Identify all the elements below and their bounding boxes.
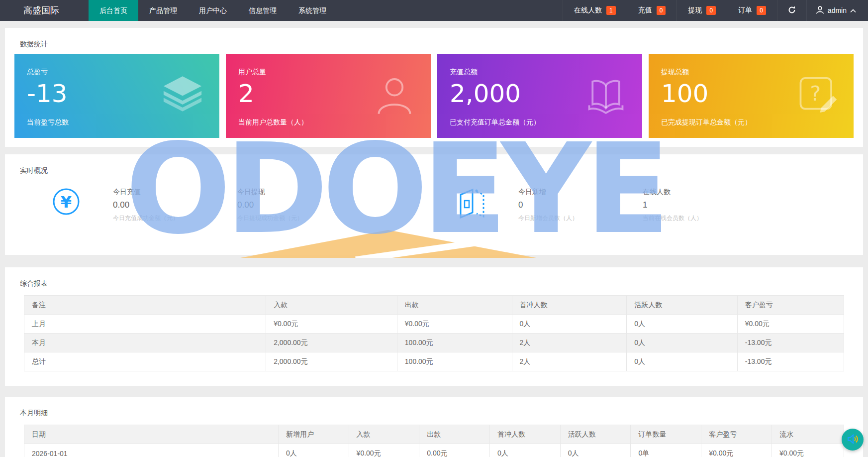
stat-value: 0	[518, 200, 643, 210]
column-header: 日期	[24, 425, 279, 444]
cell: 上月	[24, 315, 266, 334]
table-row: 上月 ¥0.00元 ¥0.00元 0人 0人 ¥0.00元	[24, 315, 844, 334]
navbar-right: 在线人数 1 充值 0 提现 0 订单 0 admin	[563, 0, 868, 21]
column-header: 首冲人数	[512, 296, 627, 315]
orders-label: 订单	[738, 6, 752, 15]
stat-card-profit: 总盈亏 -13 当前盈亏总数	[14, 54, 219, 138]
cell: 2,000.00元	[266, 334, 397, 352]
card-desc: 已完成提现订单总金额（元）	[661, 118, 752, 127]
stat-cards: 总盈亏 -13 当前盈亏总数 用户总量 2 当前用户总数量（人）	[5, 54, 863, 138]
withdraw-badge: 0	[706, 6, 716, 15]
cell: 0人	[627, 315, 737, 334]
nav-item-info[interactable]: 信息管理	[238, 0, 288, 21]
cell: 0人	[627, 334, 737, 352]
cell: ¥0.00元	[772, 444, 844, 457]
report-table: 备注 入款 出款 首冲人数 活跃人数 客户盈亏 上月 ¥0.00元 ¥0.00元…	[24, 295, 844, 371]
withdraw-button[interactable]: 提现 0	[676, 0, 727, 21]
cell: ¥0.00元	[737, 315, 844, 334]
cell: 2人	[512, 352, 627, 371]
cell: 0.00元	[419, 444, 490, 457]
cell: 本月	[24, 334, 266, 352]
column-header: 客户盈亏	[737, 296, 844, 315]
table-row: 本月 2,000.00元 100.00元 2人 0人 -13.00元	[24, 334, 844, 352]
speaker-icon	[846, 433, 859, 447]
column-header: 入款	[349, 425, 419, 444]
cell: 100.00元	[397, 352, 512, 371]
card-desc: 已支付充值订单总金额（元）	[450, 118, 540, 127]
refresh-button[interactable]	[777, 0, 806, 21]
withdraw-label: 提现	[688, 6, 702, 15]
online-count-label: 在线人数	[574, 6, 602, 15]
online-count-button[interactable]: 在线人数 1	[563, 0, 627, 21]
cell: -13.00元	[737, 334, 844, 352]
recharge-button[interactable]: 充值 0	[627, 0, 677, 21]
realtime-money-group: ¥ 今日充值 0.00 今日充值成功金额（元） 今日提现 0.00 今日提现成功…	[52, 188, 458, 223]
column-header: 备注	[24, 296, 266, 315]
username: admin	[828, 6, 847, 14]
layers-icon	[161, 73, 204, 118]
cell: 0人	[560, 444, 631, 457]
stat-value: 0.00	[113, 200, 237, 210]
nav-item-system[interactable]: 系统管理	[288, 0, 337, 21]
table-header-row: 备注 入款 出款 首冲人数 活跃人数 客户盈亏	[24, 296, 844, 315]
stat-today-recharge: 今日充值 0.00 今日充值成功金额（元）	[113, 188, 237, 223]
cell: ¥0.00元	[701, 444, 772, 457]
question-edit-icon: ?	[797, 74, 839, 117]
building-icon	[458, 188, 485, 219]
stat-label: 今日新增	[518, 188, 643, 197]
stat-label: 今日充值	[113, 188, 237, 197]
column-header: 客户盈亏	[701, 425, 772, 444]
recharge-label: 充值	[638, 6, 652, 15]
cell: 0人	[278, 444, 349, 457]
realtime-row: ¥ 今日充值 0.00 今日充值成功金额（元） 今日提现 0.00 今日提现成功…	[5, 188, 863, 223]
nav-item-products[interactable]: 产品管理	[138, 0, 188, 21]
cell: 2026-01-01	[24, 444, 279, 457]
cell: 0人	[490, 444, 561, 457]
detail-table: 日期 新增用户 入款 出款 首冲人数 活跃人数 订单数量 客户盈亏 流水 202…	[24, 425, 844, 457]
cell: 总计	[24, 352, 266, 371]
stats-panel-title: 数据统计	[5, 28, 863, 49]
svg-text:?: ?	[810, 81, 821, 105]
chevron-up-icon	[850, 6, 856, 14]
cell: 100.00元	[397, 334, 512, 352]
recharge-badge: 0	[657, 6, 666, 15]
user-menu[interactable]: admin	[806, 0, 868, 21]
detail-panel: 本月明细 日期 新增用户 入款 出款 首冲人数 活跃人数 订单数量 客户盈亏 流…	[5, 397, 863, 457]
cell: 2人	[512, 334, 627, 352]
column-header: 订单数量	[631, 425, 701, 444]
cell: 0人	[627, 352, 737, 371]
user-icon	[816, 5, 824, 16]
table-header-row: 日期 新增用户 入款 出款 首冲人数 活跃人数 订单数量 客户盈亏 流水	[24, 425, 844, 444]
column-header: 入款	[266, 296, 397, 315]
table-row: 2026-01-01 0人 ¥0.00元 0.00元 0人 0人 0单 ¥0.0…	[24, 444, 844, 457]
cell: ¥0.00元	[397, 315, 512, 334]
sound-float-button[interactable]	[842, 429, 864, 451]
orders-button[interactable]: 订单 0	[727, 0, 777, 21]
detail-panel-title: 本月明细	[5, 397, 863, 418]
person-icon	[373, 74, 416, 118]
cell: ¥0.00元	[266, 315, 397, 334]
stat-desc: 今日充值成功金额（元）	[113, 214, 237, 223]
cell: 0单	[631, 444, 701, 457]
card-desc: 当前用户总数量（人）	[238, 118, 308, 127]
cell: -13.00元	[737, 352, 844, 371]
stat-label: 在线人数	[643, 188, 767, 197]
cell: 0人	[512, 315, 627, 334]
nav-item-dashboard[interactable]: 后台首页	[89, 0, 138, 21]
report-panel-title: 综合报表	[5, 267, 863, 288]
online-count-badge: 1	[606, 6, 616, 15]
book-icon	[584, 74, 627, 118]
realtime-panel: 实时概况 ¥ 今日充值 0.00 今日充值成功金额（元） 今日提现 0.00 今…	[5, 154, 863, 255]
stat-card-users: 用户总量 2 当前用户总数量（人）	[226, 54, 431, 138]
stat-today-withdraw: 今日提现 0.00 今日提现成功金额（元）	[237, 188, 362, 223]
yen-circle-icon: ¥	[52, 188, 80, 219]
stat-value: 0.00	[237, 200, 362, 210]
top-navbar: 高盛国际 后台首页 产品管理 用户中心 信息管理 系统管理 在线人数 1 充值 …	[0, 0, 868, 21]
column-header: 活跃人数	[627, 296, 737, 315]
card-desc: 当前盈亏总数	[27, 118, 69, 127]
main-menu: 后台首页 产品管理 用户中心 信息管理 系统管理	[89, 0, 337, 21]
stat-desc: 当前在线会员数（人）	[643, 214, 767, 223]
stat-desc: 今日提现成功金额（元）	[237, 214, 362, 223]
stat-label: 今日提现	[237, 188, 362, 197]
nav-item-users[interactable]: 用户中心	[188, 0, 238, 21]
